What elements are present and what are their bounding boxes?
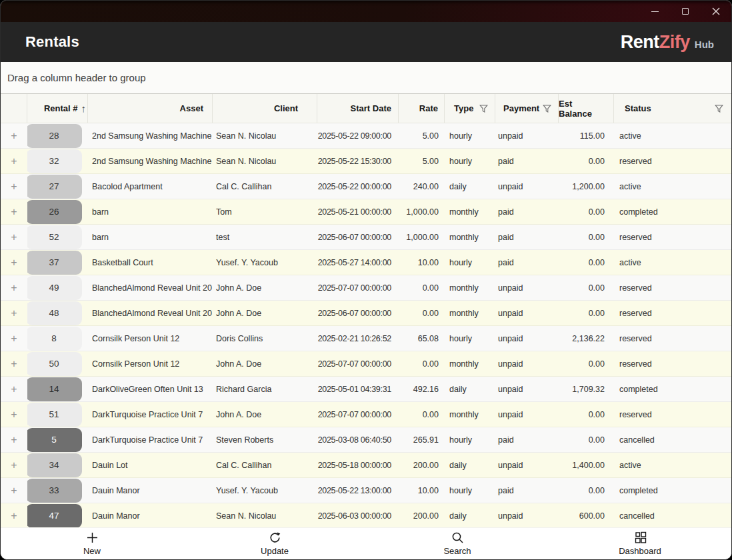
rate-cell: 5.00 [399,149,445,173]
title-bar[interactable] [1,1,731,22]
start-date-cell: 2025-05-22 13:00:00 [317,478,399,503]
expand-row-button[interactable]: + [1,427,27,452]
rate-cell: 0.00 [399,402,445,427]
table-row[interactable]: + 32 2nd Samsung Washing Machine Sean N.… [1,149,731,174]
start-date-cell: 2025-05-21 00:00:00 [317,199,399,224]
payment-cell: unpaid [495,351,559,376]
expand-row-button[interactable]: + [1,225,27,249]
group-by-panel[interactable]: Drag a column header to group [1,62,731,94]
dashboard-button[interactable]: Dashboard [549,528,731,559]
filter-icon[interactable] [543,105,551,113]
app-logo: RentZifyHub [621,32,714,53]
expand-row-button[interactable]: + [1,326,27,351]
maximize-button[interactable] [670,1,701,22]
rental-number-cell: 52 [27,225,88,249]
update-button[interactable]: Update [183,528,366,559]
table-row[interactable]: + 51 DarkTurquoise Practice Unit 7 John … [1,402,731,427]
est-balance-cell: 0.00 [559,199,614,224]
column-header-payment[interactable]: Payment [495,94,559,123]
rental-number-cell: 27 [27,174,88,199]
expand-row-button[interactable]: + [1,275,27,300]
rental-number-chip: 8 [27,327,82,351]
table-row[interactable]: + 8 Cornsilk Person Unit 12 Doris Collin… [1,326,731,351]
expand-row-button[interactable]: + [1,123,27,148]
est-balance-cell: 2,136.22 [559,326,614,351]
type-cell: daily [445,174,495,199]
table-row[interactable]: + 14 DarkOliveGreen Often Unit 13 Richar… [1,377,731,402]
est-balance-cell: 0.00 [559,149,614,173]
table-row[interactable]: + 5 DarkTurquoise Practice Unit 7 Steven… [1,427,731,453]
minimize-icon [651,11,659,12]
asset-cell: DarkTurquoise Practice Unit 7 [88,427,213,452]
expand-row-button[interactable]: + [1,377,27,401]
type-cell: hourly [445,250,495,275]
filter-icon[interactable] [479,105,488,113]
table-row[interactable]: + 37 Basketball Court Yusef. Y. Yacoub 2… [1,250,731,275]
table-row[interactable]: + 47 Dauin Manor Sean N. Nicolau 2025-06… [1,503,731,529]
column-header-type[interactable]: Type [445,94,495,123]
minimize-button[interactable] [639,1,670,22]
logo-part-rent: Rent [621,32,659,53]
start-date-cell: 2025-07-07 00:00:00 [317,351,399,376]
type-cell: daily [445,503,495,528]
type-cell: monthly [445,275,495,300]
start-date-cell: 2025-02-21 10:26:52 [317,326,399,351]
table-row[interactable]: + 49 BlanchedAlmond Reveal Unit 20 John … [1,275,731,301]
rental-number-chip: 33 [27,479,82,503]
start-date-cell: 2025-05-18 00:00:00 [317,453,399,477]
column-header-est-balance[interactable]: Est Balance [559,94,614,123]
expand-row-button[interactable]: + [1,199,27,224]
column-label: Type [454,103,473,113]
expand-row-button[interactable]: + [1,503,27,528]
expand-row-button[interactable]: + [1,478,27,503]
expand-row-button[interactable]: + [1,174,27,199]
column-label: Payment [503,103,539,113]
est-balance-cell: 115.00 [559,123,614,148]
column-header-client[interactable]: Client [213,94,317,123]
expand-row-button[interactable]: + [1,250,27,275]
status-cell: active [614,250,731,275]
expand-row-button[interactable]: + [1,149,27,173]
expand-row-button[interactable]: + [1,351,27,376]
expand-row-button[interactable]: + [1,453,27,477]
rental-number-cell: 5 [27,427,88,452]
table-row[interactable]: + 27 Bacolod Apartment Cal C. Callihan 2… [1,174,731,199]
rental-number-chip: 26 [27,200,82,224]
table-row[interactable]: + 48 BlanchedAlmond Reveal Unit 20 John … [1,301,731,326]
rental-number-chip: 47 [27,504,82,528]
rental-number-cell: 14 [27,377,88,401]
column-header-status[interactable]: Status [614,94,732,123]
refresh-icon [269,531,281,544]
column-label: Client [274,103,298,113]
type-cell: daily [445,453,495,477]
filter-icon[interactable] [715,105,723,113]
rental-number-chip: 50 [27,352,82,376]
rental-number-chip: 34 [27,453,82,477]
column-header-start-date[interactable]: Start Date [317,94,399,123]
rental-number-cell: 51 [27,402,88,427]
asset-cell: Bacolod Apartment [88,174,213,199]
rate-cell: 200.00 [399,453,445,477]
start-date-cell: 2025-05-01 04:39:31 [317,377,399,401]
table-row[interactable]: + 34 Dauin Lot Cal C. Callihan 2025-05-1… [1,453,731,478]
search-button[interactable]: Search [366,528,549,559]
table-row[interactable]: + 26 barn Tom 2025-05-21 00:00:00 1,000.… [1,199,731,225]
column-header-rental[interactable]: Rental # ↑ [27,94,88,123]
est-balance-cell: 1,400.00 [559,453,614,477]
column-header-asset[interactable]: Asset [88,94,213,123]
asset-cell: Basketball Court [88,250,213,275]
table-row[interactable]: + 28 2nd Samsung Washing Machine Sean N.… [1,123,731,149]
table-row[interactable]: + 52 barn test 2025-06-07 00:00:00 1,000… [1,225,731,250]
table-row[interactable]: + 50 Cornsilk Person Unit 12 John A. Doe… [1,351,731,377]
new-button[interactable]: New [1,528,183,559]
close-button[interactable] [701,1,731,22]
status-cell: completed [614,478,731,503]
asset-cell: Dauin Manor [88,503,213,528]
column-header-rate[interactable]: Rate [399,94,445,123]
table-row[interactable]: + 33 Dauin Manor Yusef. Y. Yacoub 2025-0… [1,478,731,503]
expand-row-button[interactable]: + [1,402,27,427]
payment-cell: unpaid [495,326,559,351]
asset-cell: Cornsilk Person Unit 12 [88,326,213,351]
client-cell: John A. Doe [213,351,317,376]
expand-row-button[interactable]: + [1,301,27,325]
